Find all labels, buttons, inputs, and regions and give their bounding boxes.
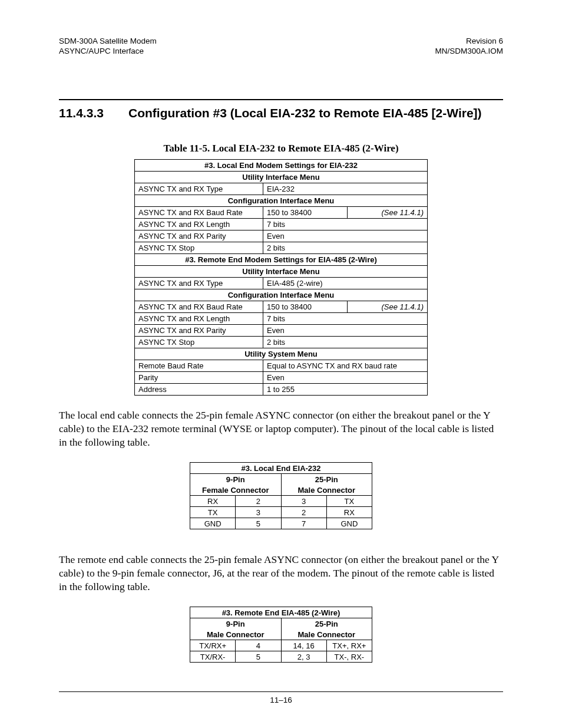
page-header: SDM-300A Satellite Modem ASYNC/AUPC Inte… (59, 37, 503, 57)
header-docnum: MN/SDM300A.IOM (435, 47, 503, 57)
table-cell: Even (263, 371, 428, 383)
table-head: 9-Pin (190, 618, 282, 630)
table-cell: Equal to ASYNC TX and RX baud rate (263, 360, 428, 371)
table-row: #3. Remote End Modem Settings for EIA-48… (135, 253, 428, 265)
table-cell: TX-, RX- (326, 651, 372, 663)
table-cell-ref: (See 11.4.1) (348, 301, 428, 312)
table-cell: RX (190, 496, 236, 507)
table-head: 9-Pin (190, 474, 282, 485)
table-cell: TX+, RX+ (326, 640, 372, 651)
table-cell: Even (263, 324, 428, 336)
table-cell: EIA-485 (2-wire) (263, 277, 428, 289)
table-row: Utility Interface Menu (135, 265, 428, 277)
section-heading: 11.4.3.3Configuration #3 (Local EIA-232 … (59, 106, 503, 120)
table-cell: 1 to 255 (263, 383, 428, 395)
table-row: #3. Local End EIA-232 (190, 463, 372, 474)
table-cell: 14, 16 (281, 640, 326, 651)
section-title: Configuration #3 (Local EIA-232 to Remot… (128, 106, 482, 120)
table-head: 25-Pin (281, 618, 372, 630)
header-right: Revision 6 MN/SDM300A.IOM (435, 37, 503, 57)
table-row: #3. Remote End EIA-485 (2-Wire) (190, 607, 372, 618)
table-cell: ASYNC TX and RX Baud Rate (135, 206, 263, 218)
table-row: Utility Interface Menu (135, 171, 428, 183)
table-caption: Table 11-5. Local EIA-232 to Remote EIA-… (59, 143, 503, 154)
table-cell: GND (190, 518, 236, 529)
table-cell: TX (190, 507, 236, 518)
table-cell: 3 (236, 507, 281, 518)
table-cell: 2 bits (263, 242, 428, 253)
table-cell: 150 to 38400 (263, 206, 348, 218)
page-number: 11–16 (0, 696, 562, 704)
table-cell: ASYNC TX Stop (135, 336, 263, 348)
table-cell: RX (326, 507, 372, 518)
settings-table: #3. Local End Modem Settings for EIA-232… (134, 159, 428, 396)
table-cell: GND (326, 518, 372, 529)
table-cell: ASYNC TX and RX Parity (135, 324, 263, 336)
table-cell: ASYNC TX and RX Parity (135, 230, 263, 242)
table-cell: 5 (236, 651, 281, 663)
table-cell: 4 (236, 640, 281, 651)
table-cell: ASYNC TX and RX Length (135, 218, 263, 230)
table-head: Male Connector (281, 629, 372, 640)
table-head: Female Connector (190, 485, 282, 496)
pinout-remote-table: #3. Remote End EIA-485 (2-Wire) 9-Pin 25… (190, 607, 372, 663)
table-head: 25-Pin (281, 474, 372, 485)
table-row: #3. Local End Modem Settings for EIA-232 (135, 159, 428, 171)
paragraph: The local end cable connects the 25-pin … (59, 409, 503, 449)
table-row: Utility System Menu (135, 348, 428, 360)
table-cell: TX (326, 496, 372, 507)
table-cell: EIA-232 (263, 183, 428, 195)
header-left: SDM-300A Satellite Modem ASYNC/AUPC Inte… (59, 37, 157, 57)
table-cell: 5 (236, 518, 281, 529)
paragraph: The remote end cable connects the 25-pin… (59, 553, 503, 594)
table-cell: ASYNC TX and RX Type (135, 183, 263, 195)
table-cell: 2 (281, 507, 326, 518)
table-cell: 7 bits (263, 218, 428, 230)
table-cell: 2 bits (263, 336, 428, 348)
table-cell: ASYNC TX and RX Baud Rate (135, 301, 263, 312)
divider (59, 99, 503, 100)
table-head: Male Connector (281, 485, 372, 496)
page-footer: 11–16 (0, 691, 562, 704)
table-cell: 2, 3 (281, 651, 326, 663)
table-cell: 7 (281, 518, 326, 529)
page: SDM-300A Satellite Modem ASYNC/AUPC Inte… (0, 0, 562, 728)
pinout-local-table: #3. Local End EIA-232 9-Pin 25-Pin Femal… (190, 462, 372, 529)
table-row: Configuration Interface Menu (135, 195, 428, 206)
table-cell: TX/RX- (190, 651, 236, 663)
table-cell: 3 (281, 496, 326, 507)
table-cell: ASYNC TX and RX Length (135, 312, 263, 324)
table-cell: Address (135, 383, 263, 395)
table-head: Male Connector (190, 629, 282, 640)
table-cell: Even (263, 230, 428, 242)
table-row: Configuration Interface Menu (135, 289, 428, 301)
table-cell: TX/RX+ (190, 640, 236, 651)
section-number: 11.4.3.3 (59, 106, 128, 120)
table-cell: ASYNC TX and RX Type (135, 277, 263, 289)
table-cell: Remote Baud Rate (135, 360, 263, 371)
table-cell: 7 bits (263, 312, 428, 324)
header-revision: Revision 6 (435, 37, 503, 47)
table-cell: 150 to 38400 (263, 301, 348, 312)
header-section: ASYNC/AUPC Interface (59, 47, 157, 57)
table-cell: 2 (236, 496, 281, 507)
table-cell-ref: (See 11.4.1) (348, 206, 428, 218)
table-cell: Parity (135, 371, 263, 383)
header-product: SDM-300A Satellite Modem (59, 37, 157, 47)
footer-rule (59, 691, 503, 692)
table-cell: ASYNC TX Stop (135, 242, 263, 253)
